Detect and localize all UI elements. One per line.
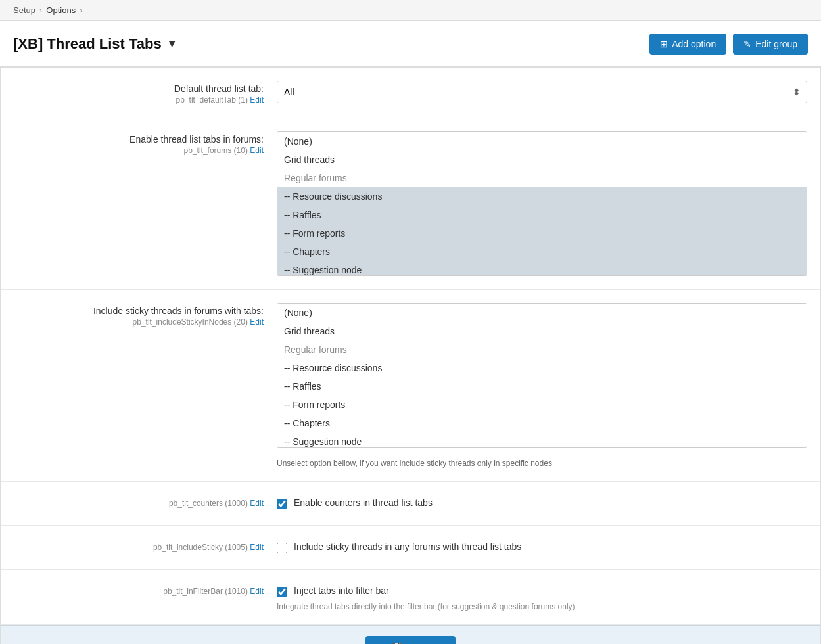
list-item[interactable]: -- Raffles xyxy=(277,206,807,224)
include-sticky-hint: Unselect option bellow, if you want incl… xyxy=(277,453,807,468)
breadcrumb-sep-1: › xyxy=(39,5,42,15)
page-header: [XB] Thread List Tabs ▼ ⊞ Add option ✎ E… xyxy=(0,21,821,67)
include-sticky-listbox[interactable]: (None)Grid threadsRegular forums-- Resou… xyxy=(277,303,807,448)
edit-icon: ✎ xyxy=(743,39,751,49)
list-item: Regular forums xyxy=(277,169,807,187)
add-option-button[interactable]: ⊞ Add option xyxy=(649,34,726,55)
include-sticky-edit-link[interactable]: Edit xyxy=(250,317,264,327)
list-item[interactable]: -- Chapters xyxy=(277,242,807,261)
main-card: Default thread list tab: pb_tlt_defaultT… xyxy=(0,67,821,644)
default-tab-control: All ⬍ xyxy=(277,81,807,104)
inject-filter-control: Inject tabs into filter bar Integrate th… xyxy=(277,583,807,611)
default-tab-select-wrapper: All ⬍ xyxy=(277,81,807,103)
include-sticky-section: Include sticky threads in forums with ta… xyxy=(1,290,820,482)
include-sticky-sublabel: pb_tlt_includeStickyInNodes (20) Edit xyxy=(1,317,264,327)
include-sticky-label: Include sticky threads in forums with ta… xyxy=(1,306,264,316)
enable-forums-edit-link[interactable]: Edit xyxy=(250,146,264,155)
list-item[interactable]: -- Raffles xyxy=(277,377,807,396)
list-item[interactable]: -- Form reports xyxy=(277,396,807,414)
counters-sublabel: pb_tlt_counters (1000) Edit xyxy=(1,499,264,508)
header-buttons: ⊞ Add option ✎ Edit group xyxy=(649,34,808,55)
form-footer: 💾 Save xyxy=(1,625,820,644)
enable-forums-label: Enable thread list tabs in forums: xyxy=(1,134,264,145)
counters-section: pb_tlt_counters (1000) Edit Enable count… xyxy=(1,482,820,526)
inject-filter-checkbox-row: Inject tabs into filter bar xyxy=(277,583,807,600)
inject-filter-checkbox[interactable] xyxy=(277,587,287,597)
list-item[interactable]: (None) xyxy=(277,132,807,150)
include-sticky-control: (None)Grid threadsRegular forums-- Resou… xyxy=(277,303,807,468)
list-item[interactable]: -- Suggestion node xyxy=(277,432,807,448)
list-item[interactable]: Grid threads xyxy=(277,322,807,340)
list-item[interactable]: (None) xyxy=(277,304,807,322)
default-tab-section: Default thread list tab: pb_tlt_defaultT… xyxy=(1,68,820,118)
default-tab-select[interactable]: All xyxy=(277,81,807,103)
enable-forums-listbox[interactable]: (None)Grid threadsRegular forums-- Resou… xyxy=(277,131,807,276)
include-sticky-any-checkbox-row: Include sticky threads in any forums wit… xyxy=(277,539,807,556)
inject-filter-sublabel: pb_tlt_inFilterBar (1010) Edit xyxy=(1,587,264,596)
enable-forums-label-col: Enable thread list tabs in forums: pb_tl… xyxy=(1,131,277,276)
breadcrumb-options: Options xyxy=(46,5,76,15)
counters-edit-link[interactable]: Edit xyxy=(250,499,264,508)
counters-checkbox[interactable] xyxy=(277,499,287,509)
include-sticky-any-checkbox[interactable] xyxy=(277,543,287,553)
list-item[interactable]: -- Form reports xyxy=(277,224,807,242)
enable-forums-sublabel: pb_tlt_forums (10) Edit xyxy=(1,146,264,155)
include-sticky-any-checkbox-label[interactable]: Include sticky threads in any forums wit… xyxy=(294,541,521,552)
include-sticky-any-label-col: pb_tlt_includeSticky (1005) Edit xyxy=(1,539,277,556)
save-button[interactable]: 💾 Save xyxy=(365,636,456,644)
list-item[interactable]: -- Suggestion node xyxy=(277,261,807,276)
title-area: [XB] Thread List Tabs ▼ xyxy=(13,35,177,53)
page-title: [XB] Thread List Tabs xyxy=(13,35,162,53)
inject-filter-edit-link[interactable]: Edit xyxy=(250,587,264,596)
edit-group-button[interactable]: ✎ Edit group xyxy=(733,34,808,55)
list-item[interactable]: -- Chapters xyxy=(277,414,807,432)
breadcrumb-setup[interactable]: Setup xyxy=(13,5,35,15)
enable-forums-control: (None)Grid threadsRegular forums-- Resou… xyxy=(277,131,807,276)
include-sticky-any-section: pb_tlt_includeSticky (1005) Edit Include… xyxy=(1,526,820,570)
list-item: Regular forums xyxy=(277,340,807,359)
default-tab-label-col: Default thread list tab: pb_tlt_defaultT… xyxy=(1,81,277,104)
list-item[interactable]: -- Resource discussions xyxy=(277,359,807,377)
counters-label-col: pb_tlt_counters (1000) Edit xyxy=(1,495,277,512)
include-sticky-any-control: Include sticky threads in any forums wit… xyxy=(277,539,807,556)
default-tab-edit-link[interactable]: Edit xyxy=(250,95,264,104)
inject-filter-checkbox-label[interactable]: Inject tabs into filter bar xyxy=(294,586,389,596)
enable-forums-section: Enable thread list tabs in forums: pb_tl… xyxy=(1,118,820,290)
counters-checkbox-label[interactable]: Enable counters in thread list tabs xyxy=(294,497,433,508)
add-option-label: Add option xyxy=(672,39,716,49)
list-item[interactable]: -- Resource discussions xyxy=(277,187,807,206)
include-sticky-any-edit-link[interactable]: Edit xyxy=(250,543,264,552)
include-sticky-label-col: Include sticky threads in forums with ta… xyxy=(1,303,277,468)
default-tab-sublabel: pb_tlt_defaultTab (1) Edit xyxy=(1,95,264,104)
inject-filter-label-col: pb_tlt_inFilterBar (1010) Edit xyxy=(1,583,277,611)
inject-filter-hint: Integrate thread tabs directly into the … xyxy=(277,602,807,611)
counters-control: Enable counters in thread list tabs xyxy=(277,495,807,512)
edit-group-label: Edit group xyxy=(755,39,797,49)
default-tab-label: Default thread list tab: xyxy=(1,83,264,94)
counters-checkbox-row: Enable counters in thread list tabs xyxy=(277,495,807,512)
breadcrumb: Setup › Options › xyxy=(0,0,821,21)
breadcrumb-sep-2: › xyxy=(80,5,82,15)
title-dropdown-arrow[interactable]: ▼ xyxy=(167,38,177,50)
inject-filter-section: pb_tlt_inFilterBar (1010) Edit Inject ta… xyxy=(1,570,820,625)
list-item[interactable]: Grid threads xyxy=(277,150,807,169)
plus-icon: ⊞ xyxy=(660,39,668,49)
include-sticky-any-sublabel: pb_tlt_includeSticky (1005) Edit xyxy=(1,543,264,552)
